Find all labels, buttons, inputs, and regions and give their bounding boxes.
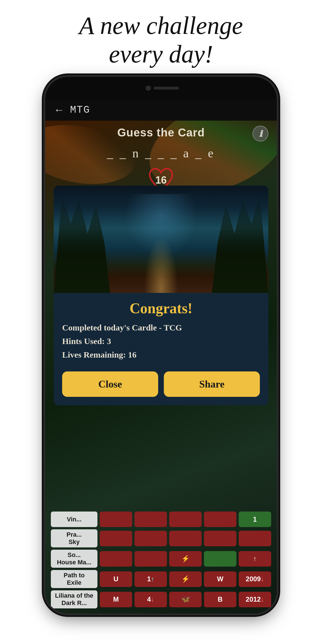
tagline-area: A new challenge every day!	[0, 0, 322, 77]
guess-card-name: Liliana of the Dark R...	[51, 590, 97, 608]
info-button[interactable]: ℹ	[253, 126, 268, 142]
guess-cell: ⚡	[169, 551, 202, 567]
game-header: Guess the Card ℹ	[45, 121, 277, 142]
guess-cell	[204, 512, 236, 527]
guess-cell	[239, 531, 271, 546]
close-button[interactable]: Close	[62, 371, 158, 397]
guess-cell: ⚡	[169, 571, 202, 587]
table-row: Liliana of the Dark R... M 4 ↓ 🦋 B 2012 …	[51, 590, 271, 608]
table-row: So...House Ma... ⚡ ↑	[51, 550, 271, 568]
guess-card-name: Path toExile	[51, 570, 97, 588]
phone-outer: ← MTG Guess the Card ℹ _ _ n _	[45, 77, 277, 613]
guess-cell	[169, 512, 202, 527]
guess-cell	[169, 531, 202, 546]
guess-card-name: So...House Ma...	[51, 550, 97, 568]
congrats-overlay: Congrats! Completed today's Cardle - TCG…	[54, 186, 268, 405]
info-icon: ℹ	[259, 129, 262, 139]
guess-cell	[134, 512, 167, 527]
back-button[interactable]: ←	[54, 104, 64, 116]
share-button[interactable]: Share	[164, 371, 260, 397]
congrats-line2: Hints Used: 3	[62, 334, 260, 348]
guess-cell: B	[204, 592, 236, 607]
guess-cell	[134, 551, 167, 567]
guess-card-name: Pra...Sky	[51, 529, 97, 547]
notch-speaker	[154, 87, 179, 90]
app-topbar: ← MTG	[45, 99, 277, 121]
congrats-image	[54, 186, 268, 293]
phone-wrapper: ← MTG Guess the Card ℹ _ _ n _	[0, 77, 322, 630]
congrats-title: Congrats!	[54, 293, 268, 321]
congrats-body: Completed today's Cardle - TCG Hints Use…	[54, 321, 268, 369]
table-row: Pra...Sky	[51, 529, 271, 547]
guess-cell	[100, 551, 132, 567]
guess-cell	[134, 531, 167, 546]
game-area: Guess the Card ℹ _ _ n _ _ _ a _ e 16	[45, 121, 277, 613]
lives-number: 16	[155, 174, 167, 186]
guess-cell: 2009 ↓	[239, 571, 271, 587]
guess-cell	[204, 551, 236, 567]
guess-cell: ↑	[239, 551, 271, 567]
phone-notch	[45, 77, 277, 99]
guess-cell: 1 ↑	[134, 571, 167, 587]
guess-cell: 2012 ↓	[239, 592, 271, 607]
guess-cell	[100, 512, 132, 527]
table-row: Path toExile U 1 ↑ ⚡ W 2009 ↓	[51, 570, 271, 588]
congrats-line3: Lives Remaining: 16	[62, 348, 260, 362]
guess-cell: 4 ↓	[134, 592, 167, 607]
notch-camera	[146, 86, 151, 91]
congrats-line1: Completed today's Cardle - TCG	[62, 321, 260, 334]
table-row: Vin... 1	[51, 512, 271, 527]
game-title: Guess the Card	[117, 126, 205, 139]
guess-cell: 🦋	[169, 592, 202, 607]
guess-cell: W	[204, 571, 236, 587]
guesses-section: Vin... 1 Pra...Sky	[45, 509, 277, 613]
guess-cell: U	[100, 571, 132, 587]
guess-card-name: Vin...	[51, 512, 97, 527]
phone-screen: ← MTG Guess the Card ℹ _ _ n _	[45, 99, 277, 613]
guess-cell	[204, 531, 236, 546]
guess-cell: 1	[239, 512, 271, 527]
tagline-text: A new challenge every day!	[17, 11, 305, 68]
guess-cell	[100, 531, 132, 546]
guess-cell: M	[100, 592, 132, 607]
letter-display: _ _ n _ _ _ a _ e	[45, 142, 277, 165]
app-title: MTG	[70, 104, 90, 116]
congrats-buttons: Close Share	[54, 369, 268, 405]
